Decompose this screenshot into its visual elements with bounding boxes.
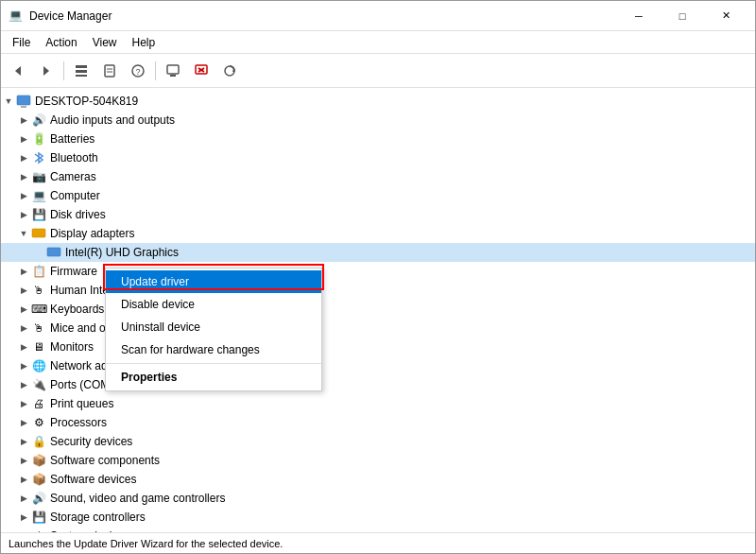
window-title: Device Manager: [29, 9, 112, 23]
bluetooth-expand-icon: ▶: [16, 150, 31, 165]
intel-spacer: [31, 245, 46, 260]
tree-item-intel-gpu[interactable]: Intel(R) UHD Graphics: [1, 243, 755, 262]
tree-item-cameras[interactable]: ▶ 📷 Cameras: [1, 167, 755, 186]
tree-item-audio[interactable]: ▶ 🔊 Audio inputs and outputs: [1, 111, 755, 130]
tree-item-software-dev[interactable]: ▶ 📦 Software devices: [1, 470, 755, 489]
context-menu-scan[interactable]: Scan for hardware changes: [106, 338, 321, 361]
context-menu-uninstall-device[interactable]: Uninstall device: [106, 316, 321, 338]
svg-rect-3: [76, 70, 87, 73]
sound-label: Sound, video and game controllers: [50, 492, 225, 505]
security-expand-icon: ▶: [16, 434, 31, 449]
mice-icon: 🖱: [31, 320, 46, 336]
scan-button[interactable]: [216, 58, 243, 84]
hid-icon: 🖱: [31, 283, 46, 298]
svg-marker-0: [15, 66, 21, 76]
audio-expand-icon: ▶: [16, 113, 31, 128]
keyboards-expand-icon: ▶: [16, 302, 31, 317]
device-manager-window: 💻 Device Manager ─ □ ✕ File Action View …: [0, 0, 756, 554]
batteries-icon: 🔋: [31, 131, 46, 147]
toolbar-separator-1: [63, 61, 64, 80]
software-comp-icon: 📦: [31, 453, 46, 468]
storage-expand-icon: ▶: [16, 510, 31, 525]
title-bar: 💻 Device Manager ─ □ ✕: [1, 1, 755, 31]
display-expand-icon: ▼: [16, 226, 31, 241]
svg-rect-20: [47, 248, 60, 256]
context-menu-update-driver[interactable]: Update driver: [106, 270, 321, 293]
close-button[interactable]: ✕: [704, 1, 747, 31]
menu-view[interactable]: View: [85, 34, 125, 51]
software-comp-label: Software components: [50, 454, 160, 467]
scan-label: Scan for hardware changes: [121, 343, 260, 356]
audio-label: Audio inputs and outputs: [50, 113, 175, 127]
svg-rect-2: [76, 65, 87, 68]
svg-rect-4: [76, 75, 87, 77]
bluetooth-icon: [31, 150, 46, 165]
menu-help[interactable]: Help: [125, 34, 163, 51]
tree-item-storage[interactable]: ▶ 💾 Storage controllers: [1, 508, 755, 527]
tree-item-print[interactable]: ▶ 🖨 Print queues: [1, 394, 755, 413]
software-comp-expand-icon: ▶: [16, 453, 31, 468]
system-expand-icon: ▶: [16, 528, 31, 532]
computer-label: Computer: [50, 189, 100, 202]
context-menu: Update driver Disable device Uninstall d…: [105, 268, 322, 391]
system-icon: ⚙: [31, 528, 46, 532]
help-button[interactable]: ?: [125, 58, 151, 84]
root-computer-icon: [16, 94, 31, 109]
network-expand-icon: ▶: [16, 358, 31, 373]
svg-rect-19: [32, 229, 45, 237]
monitors-label: Monitors: [50, 340, 94, 354]
bluetooth-label: Bluetooth: [50, 151, 98, 164]
tree-item-system[interactable]: ▶ ⚙ System devices: [1, 527, 755, 532]
tree-item-processors[interactable]: ▶ ⚙ Processors: [1, 413, 755, 432]
hid-expand-icon: ▶: [16, 283, 31, 298]
context-menu-disable-device[interactable]: Disable device: [106, 293, 321, 316]
menu-bar: File Action View Help: [1, 31, 755, 54]
firmware-label: Firmware: [50, 265, 97, 278]
disk-icon: 💾: [31, 207, 46, 222]
svg-text:?: ?: [135, 67, 140, 77]
show-hide-button[interactable]: [68, 58, 94, 84]
minimize-button[interactable]: ─: [617, 1, 661, 31]
mice-expand-icon: ▶: [16, 320, 31, 336]
monitors-expand-icon: ▶: [16, 339, 31, 355]
network-icon: 🌐: [31, 358, 46, 373]
computer-icon: 💻: [31, 188, 46, 203]
menu-file[interactable]: File: [5, 34, 38, 51]
uninstall-button[interactable]: [188, 58, 215, 84]
toolbar-separator-2: [155, 61, 156, 80]
firmware-icon: 📋: [31, 264, 46, 279]
context-menu-properties[interactable]: Properties: [106, 366, 321, 389]
tree-item-sound[interactable]: ▶ 🔊 Sound, video and game controllers: [1, 489, 755, 508]
tree-item-computer[interactable]: ▶ 💻 Computer: [1, 186, 755, 205]
root-expand-icon: ▼: [1, 94, 16, 109]
processors-label: Processors: [50, 416, 107, 429]
back-button[interactable]: [5, 58, 31, 84]
maximize-button[interactable]: □: [661, 1, 704, 31]
update-driver-label: Update driver: [121, 275, 189, 288]
tree-root[interactable]: ▼ DESKTOP-504K819: [1, 92, 755, 111]
window-icon: 💻: [9, 9, 24, 24]
tree-item-bluetooth[interactable]: ▶ Bluetooth: [1, 148, 755, 167]
context-menu-separator: [106, 363, 321, 364]
tree-item-software-comp[interactable]: ▶ 📦 Software components: [1, 451, 755, 470]
security-label: Security devices: [50, 435, 132, 448]
keyboards-label: Keyboards: [50, 303, 104, 316]
software-dev-icon: 📦: [31, 472, 46, 487]
tree-item-security[interactable]: ▶ 🔒 Security devices: [1, 432, 755, 451]
svg-rect-5: [105, 65, 114, 77]
tree-item-display[interactable]: ▼ Display adapters: [1, 224, 755, 243]
svg-marker-1: [43, 66, 49, 76]
properties-label: Properties: [121, 371, 177, 384]
keyboards-icon: ⌨: [31, 302, 46, 317]
tree-item-disk[interactable]: ▶ 💾 Disk drives: [1, 205, 755, 224]
print-icon: 🖨: [31, 396, 46, 411]
svg-rect-17: [17, 95, 30, 105]
monitor-button[interactable]: [160, 58, 186, 84]
status-bar: Launches the Update Driver Wizard for th…: [1, 532, 755, 553]
tree-item-batteries[interactable]: ▶ 🔋 Batteries: [1, 130, 755, 148]
properties-button[interactable]: [96, 58, 123, 84]
software-dev-label: Software devices: [50, 473, 136, 486]
print-label: Print queues: [50, 397, 113, 410]
forward-button[interactable]: [33, 58, 60, 84]
menu-action[interactable]: Action: [38, 34, 84, 51]
